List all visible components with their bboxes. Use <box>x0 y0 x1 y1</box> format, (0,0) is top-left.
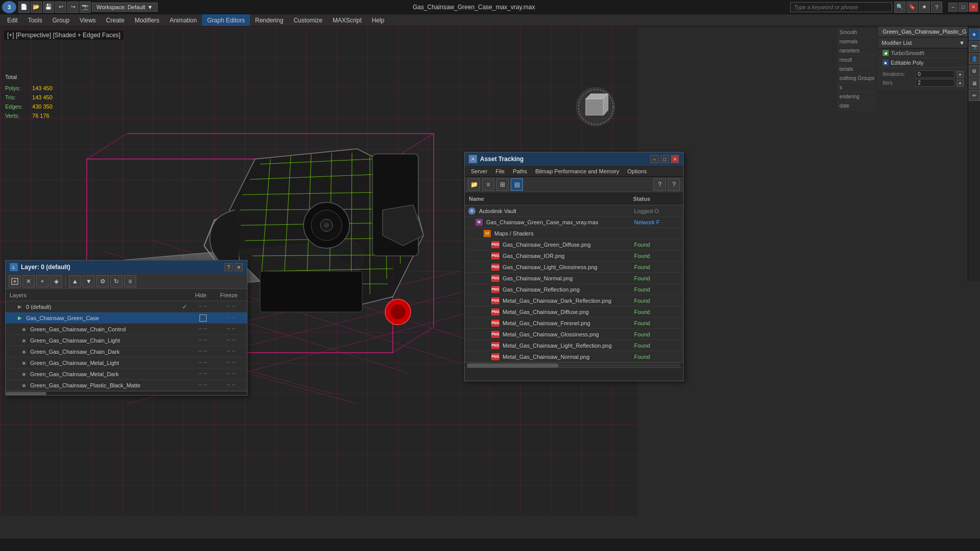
tab-star[interactable]: ★ <box>969 29 980 40</box>
layer-row-freeze[interactable] <box>217 304 245 310</box>
layer-refresh-button[interactable]: ↻ <box>110 275 122 287</box>
new-file-button[interactable]: 📄 <box>18 2 30 13</box>
asset-close-button[interactable]: ✕ <box>671 155 679 163</box>
layer-select-button[interactable]: ◈ <box>50 275 62 287</box>
asset-row-ior[interactable]: PNG Gas_Chainsaw_IOR.png Found <box>465 250 683 261</box>
layer-new-button[interactable] <box>9 275 21 287</box>
asset-row-green-diffuse[interactable]: PNG Gas_Chainsaw_Green_Diffuse.png Found <box>465 239 683 250</box>
menu-edit[interactable]: Edit <box>2 14 23 26</box>
close-button[interactable]: ✕ <box>969 3 978 12</box>
layer-row-gas-chainsaw-green-case[interactable]: ▶ Gas_Chainsaw_Green_Case <box>6 312 247 324</box>
ap-tool-table[interactable]: ▤ <box>511 178 523 191</box>
iterations-spinner-up[interactable]: ▲ <box>957 71 964 78</box>
layer-row-chain-light[interactable]: ◉ Green_Gas_Chainsaw_Chain_Light <box>6 335 247 346</box>
asset-row-metal-dark-refl[interactable]: PNG Metal_Gas_Chainsaw_Dark_Reflection.p… <box>465 295 683 306</box>
asset-scrollbar-thumb[interactable] <box>467 363 559 368</box>
ap-menu-options[interactable]: Options <box>623 167 651 175</box>
iterations-input[interactable] <box>915 70 954 78</box>
asset-scrollbar[interactable] <box>465 362 683 368</box>
asset-row-metal-normal[interactable]: PNG Metal_Gas_Chainsaw_Normal.png Found <box>465 351 683 362</box>
open-file-button[interactable]: 📂 <box>31 2 42 13</box>
layer-row-hide[interactable] <box>189 337 217 344</box>
layer-row-freeze[interactable] <box>217 349 245 355</box>
layer-scrollbar[interactable] <box>6 391 247 395</box>
layer-scrollbar-thumb[interactable] <box>6 392 46 395</box>
redo-button[interactable]: ↪ <box>67 2 79 13</box>
rendering-label[interactable]: endering <box>837 92 876 101</box>
menu-help[interactable]: Help <box>367 14 390 26</box>
menu-modifiers[interactable]: Modifiers <box>130 14 165 26</box>
tab-pencil[interactable]: ✏ <box>969 90 980 101</box>
layer-row-freeze[interactable] <box>217 326 245 332</box>
turbosmooth-modifier[interactable]: ◆ TurboSmooth <box>878 48 968 58</box>
ap-tool-list[interactable]: ≡ <box>482 178 494 191</box>
asset-row-metal-gloss[interactable]: PNG Metal_Gas_Chainsaw_Glossiness.png Fo… <box>465 329 683 340</box>
asset-row-light-gloss[interactable]: PNG Gas_Chainsaw_Light_Glossiness.png Fo… <box>465 261 683 273</box>
menu-group[interactable]: Group <box>47 14 74 26</box>
minimize-button[interactable]: – <box>948 3 958 12</box>
asset-row-normal[interactable]: PNG Gas_Chainsaw_Normal.png Found <box>465 273 683 284</box>
result-label[interactable]: result <box>837 56 876 65</box>
search-icon-btn[interactable]: 🔍 <box>894 2 906 13</box>
layer-row-chain-dark[interactable]: ◉ Green_Gas_Chainsaw_Chain_Dark <box>6 346 247 357</box>
layer-row-freeze[interactable] <box>217 360 245 366</box>
layer-row-0-default[interactable]: ▶ 0 (default) ✓ <box>6 301 247 312</box>
layer-row-freeze[interactable] <box>217 337 245 344</box>
menu-maxscript[interactable]: MAXScript <box>328 14 367 26</box>
layer-row-freeze[interactable] <box>217 315 245 321</box>
layer-move-up-button[interactable]: ▲ <box>69 275 81 287</box>
asset-minimize-button[interactable]: – <box>650 155 659 163</box>
maximize-button[interactable]: □ <box>959 3 968 12</box>
ap-tool-grid[interactable]: ⊞ <box>496 178 509 191</box>
cam-button[interactable]: 📷 <box>80 2 91 13</box>
ap-menu-paths[interactable]: Paths <box>509 167 531 175</box>
layer-row-chain-control[interactable]: ◉ Green_Gas_Chainsaw_Chain_Control <box>6 324 247 335</box>
layer-row-hide[interactable] <box>189 349 217 355</box>
materials-label[interactable]: terials <box>837 65 876 74</box>
menu-graph-editors[interactable]: Graph Editors <box>202 14 250 26</box>
parameters-label[interactable]: rameters <box>837 46 876 56</box>
normals-label[interactable]: normals <box>837 37 876 46</box>
tab-camera[interactable]: 📷 <box>969 41 980 52</box>
layer-row-plastic-black-matte[interactable]: ◉ Green_Gas_Chainsaw_Plastic_Black_Matte <box>6 380 247 391</box>
layer-row-metal-dark[interactable]: ◉ Green_Gas_Chainsaw_Metal_Dark <box>6 369 247 380</box>
layer-row-hide[interactable] <box>189 371 217 377</box>
layer-row-hide[interactable] <box>189 360 217 366</box>
layer-row-hide[interactable] <box>189 382 217 388</box>
asset-row-vault[interactable]: A Autodesk Vault Logged O <box>465 205 683 217</box>
smoothing-groups-label[interactable]: oothing Groups <box>837 74 876 83</box>
tab-gear[interactable]: ⚙ <box>969 65 980 76</box>
help-icon-btn[interactable]: ? <box>931 2 942 13</box>
layer-close-button[interactable]: ✕ <box>235 263 243 271</box>
save-file-button[interactable]: 💾 <box>43 2 54 13</box>
asset-row-metal-fresnel[interactable]: PNG Metal_Gas_Chainsaw_Fresnel.png Found <box>465 318 683 329</box>
ap-menu-file[interactable]: File <box>491 167 509 175</box>
ap-menu-server[interactable]: Server <box>467 167 491 175</box>
tab-screen[interactable]: 🖥 <box>969 77 980 89</box>
editable-poly-modifier[interactable]: ■ Editable Poly <box>878 58 968 68</box>
update-label[interactable]: date <box>837 101 876 111</box>
layer-row-freeze[interactable] <box>217 382 245 388</box>
layer-delete-button[interactable]: ✕ <box>22 275 35 287</box>
iters2-spinner-up[interactable]: ▲ <box>957 80 964 87</box>
menu-views[interactable]: Views <box>74 14 101 26</box>
smooth-label[interactable]: Smooth <box>837 28 876 37</box>
menu-customize[interactable]: Customize <box>288 14 328 26</box>
modifier-list-dropdown[interactable]: Modifier List ▼ <box>878 37 968 48</box>
asset-row-reflection[interactable]: PNG Gas_Chainsaw_Reflection.png Found <box>465 284 683 295</box>
asset-row-max-file[interactable]: M Gas_Chainsaw_Green_Case_max_vray.max N… <box>465 217 683 228</box>
menu-create[interactable]: Create <box>101 14 130 26</box>
layer-row-hide[interactable] <box>189 304 217 310</box>
star-icon-btn[interactable]: ★ <box>919 2 930 13</box>
layer-row-hide[interactable] <box>189 326 217 332</box>
layer-add-button[interactable]: + <box>36 275 48 287</box>
s-label[interactable]: s <box>837 83 876 92</box>
tab-person[interactable]: 👤 <box>969 53 980 64</box>
layer-row-freeze[interactable] <box>217 371 245 377</box>
menu-animation[interactable]: Animation <box>165 14 202 26</box>
menu-tools[interactable]: Tools <box>23 14 47 26</box>
ap-menu-bitmap[interactable]: Bitmap Performance and Memory <box>531 167 623 175</box>
layer-row-metal-light[interactable]: ◉ Green_Gas_Chainsaw_Metal_Light <box>6 357 247 369</box>
asset-row-metal-light-refl[interactable]: PNG Metal_Gas_Chainsaw_Light_Reflection.… <box>465 340 683 351</box>
asset-row-metal-diffuse[interactable]: PNG Metal_Gas_Chainsaw_Diffuse.png Found <box>465 306 683 318</box>
